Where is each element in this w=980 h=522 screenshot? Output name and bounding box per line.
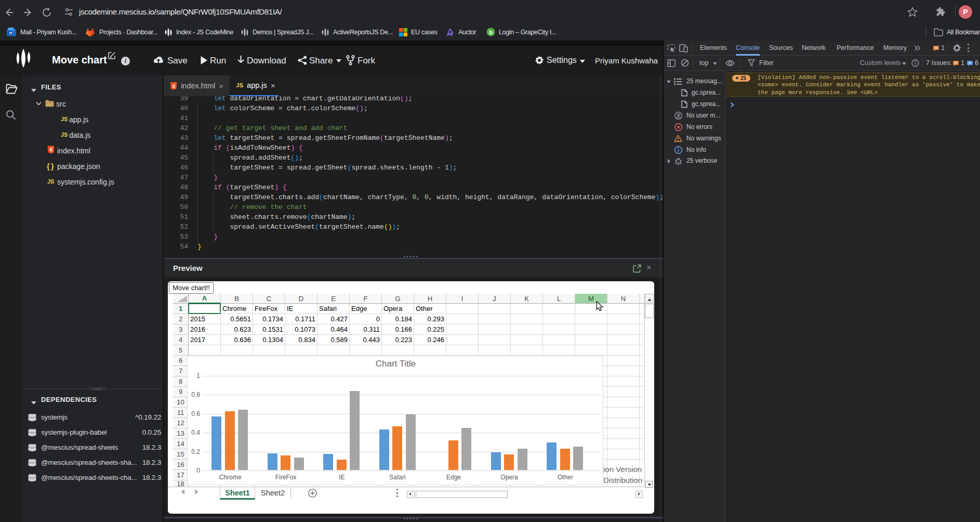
svg-text:o: o	[9, 30, 12, 35]
svg-text:b: b	[489, 29, 493, 35]
svg-text:5: 5	[49, 147, 52, 152]
svg-text:5: 5	[173, 83, 175, 88]
